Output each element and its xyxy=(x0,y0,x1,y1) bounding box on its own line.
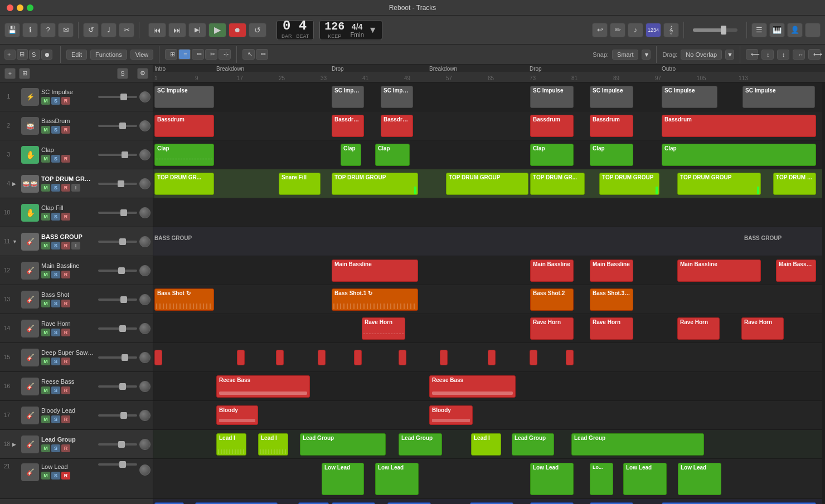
clip-bloody-2[interactable]: Bloody xyxy=(429,405,473,425)
clip-clap-1[interactable]: Clap xyxy=(154,144,214,166)
track-knob-21[interactable] xyxy=(139,464,151,476)
maximize-button[interactable] xyxy=(27,4,33,11)
record-13[interactable]: R xyxy=(61,300,70,307)
clip-low-lead-4[interactable]: Lo... xyxy=(590,463,613,495)
fader-track-12[interactable] xyxy=(98,270,137,272)
solo-4[interactable]: S xyxy=(51,184,60,192)
record-18[interactable]: R xyxy=(61,444,70,452)
clip-low-lead-2[interactable]: Low Lead xyxy=(375,463,419,495)
edit-menu[interactable]: Edit xyxy=(66,50,87,60)
marquee-mode-button[interactable]: ⊹ xyxy=(219,49,231,60)
lane-main-bassline[interactable]: Main Bassline Main Bassline Main Basslin… xyxy=(153,256,822,285)
solo-10[interactable]: S xyxy=(51,213,60,221)
track-knob-14[interactable] xyxy=(139,323,151,334)
clip-clap-5[interactable]: Clap xyxy=(590,144,633,166)
track-knob-10[interactable] xyxy=(139,207,151,218)
clip-clap-6[interactable]: Clap xyxy=(662,144,816,166)
record-3[interactable]: R xyxy=(61,155,70,163)
user-button[interactable]: 👤 xyxy=(787,23,803,37)
clip-topdrumgroup-4[interactable]: TOP DRUM GR... xyxy=(530,173,585,195)
save-button[interactable]: 💾 xyxy=(4,23,20,37)
config-button[interactable]: ⊞ xyxy=(19,68,30,79)
clip-main-bassline-4[interactable]: Main Bassline xyxy=(677,260,761,282)
clip-deep-2[interactable] xyxy=(237,350,245,365)
fader-thumb-21[interactable] xyxy=(119,461,126,468)
solo-1[interactable]: S xyxy=(51,97,60,105)
loop-button[interactable]: ↺ xyxy=(249,23,266,37)
solo-11[interactable]: S xyxy=(51,242,60,249)
rewind-button[interactable]: ⏮ xyxy=(148,23,166,37)
clip-sc-impulse-7[interactable]: SC Impulse xyxy=(742,86,815,108)
clip-reese-bass-1[interactable]: Reese Bass xyxy=(216,375,310,398)
mute-17[interactable]: M xyxy=(41,415,50,423)
clip-lead-group-2[interactable]: Lead I xyxy=(258,433,288,456)
pencil-button[interactable]: ✏ xyxy=(610,23,625,37)
fader-track-11[interactable] xyxy=(98,241,137,243)
zoom-fit-h[interactable]: ↔ xyxy=(793,50,805,60)
fader-thumb-11[interactable] xyxy=(119,238,126,245)
fader-track-16[interactable] xyxy=(98,385,137,388)
record-17[interactable]: R xyxy=(61,415,70,423)
solo-21[interactable]: S xyxy=(51,472,60,479)
clip-lead-group-3[interactable]: Lead Group xyxy=(300,433,386,456)
functions-menu[interactable]: Functions xyxy=(90,50,127,60)
fader-thumb-13[interactable] xyxy=(120,296,127,303)
fader-thumb-2[interactable] xyxy=(119,123,126,129)
lane-sc-impulse[interactable]: SC Impulse SC Impulse SC Impulse SC Impu… xyxy=(153,82,822,111)
fader-thumb-1[interactable] xyxy=(120,94,127,100)
mute-12[interactable]: M xyxy=(41,271,50,278)
clip-deep-9[interactable] xyxy=(530,350,537,365)
solo-button[interactable]: S xyxy=(29,50,40,60)
pointer-button[interactable]: ↖ xyxy=(242,49,255,60)
piano-button[interactable]: 🎹 xyxy=(769,23,785,37)
record-2[interactable]: R xyxy=(61,126,70,134)
track-settings-button[interactable]: ⚙ xyxy=(137,68,148,79)
arrange-mode-button[interactable]: ≡ xyxy=(178,49,191,60)
fader-thumb-16[interactable] xyxy=(119,383,126,390)
track-expand-18[interactable]: ▶ xyxy=(12,442,19,447)
fader-thumb-10[interactable] xyxy=(120,209,127,216)
solo-3[interactable]: S xyxy=(51,155,60,163)
arrangement-content[interactable]: SC Impulse SC Impulse SC Impulse SC Impu… xyxy=(153,82,825,504)
mute-14[interactable]: M xyxy=(41,329,50,336)
clip-bassdrum-2[interactable]: Bassdrum xyxy=(332,115,364,137)
record-all-button[interactable]: ⏺ xyxy=(41,50,52,60)
clip-bass-shot-2[interactable]: Bass Shot.1 ↻ xyxy=(332,288,418,311)
drag-value[interactable]: No Overlap xyxy=(681,50,722,60)
track-knob-18[interactable] xyxy=(139,439,151,450)
record-21[interactable]: R xyxy=(61,472,70,479)
lane-clap[interactable]: Clap Clap Clap Clap Clap xyxy=(153,140,822,169)
clip-main-bassline-5[interactable]: Main Bassline xyxy=(776,260,816,282)
midi-button[interactable]: ✉ xyxy=(58,23,74,37)
record-4[interactable]: R xyxy=(61,184,70,192)
zoom-out-v[interactable]: ↕ xyxy=(761,50,774,60)
skip-end-button[interactable]: ▶| xyxy=(188,23,206,37)
clip-topdrumgroup-1[interactable]: TOP DRUM GR... xyxy=(154,173,214,195)
mute-10[interactable]: M xyxy=(41,213,50,221)
mute-18[interactable]: M xyxy=(41,444,50,452)
track-view-button[interactable]: ⊞ xyxy=(17,49,28,60)
clip-clap-2[interactable]: Clap xyxy=(341,144,361,166)
clip-rave-horn-1[interactable]: Rave Horn xyxy=(362,317,405,340)
clip-low-lead-3[interactable]: Low Lead xyxy=(530,463,574,495)
fader-thumb-18[interactable] xyxy=(118,441,125,448)
tempo-arrow[interactable]: ▼ xyxy=(368,25,377,35)
fader-track-2[interactable] xyxy=(98,125,137,127)
mixer-button[interactable]: 1234 xyxy=(646,23,661,37)
clip-clap-4[interactable]: Clap xyxy=(530,144,574,166)
fader-track-1[interactable] xyxy=(98,96,137,98)
solo-17[interactable]: S xyxy=(51,415,60,423)
clip-topdrumgroup-snare[interactable]: Snare Fill xyxy=(279,173,321,195)
mute-21[interactable]: M xyxy=(41,472,50,479)
lane-reese-bass[interactable]: Reese Bass Reese Bass xyxy=(153,372,822,401)
lane-top-drum-group[interactable]: TOP DRUM GR... Snare Fill TOP DRUM GROUP… xyxy=(153,169,822,198)
clip-topdrumgroup-5[interactable]: TOP DRUM GROUP xyxy=(599,173,659,195)
clip-low-lead-6[interactable]: Low Lead xyxy=(678,463,721,495)
clip-bass-shot-3[interactable]: Bass Shot.2 xyxy=(530,288,574,311)
fader-track-15[interactable] xyxy=(98,356,137,359)
fader-thumb-14[interactable] xyxy=(119,325,126,332)
help-button[interactable]: ? xyxy=(40,23,56,37)
clip-bassdrum-3[interactable]: Bassdrum xyxy=(381,115,413,137)
fader-thumb-12[interactable] xyxy=(118,267,125,274)
undo-button[interactable]: ↩ xyxy=(592,23,608,37)
